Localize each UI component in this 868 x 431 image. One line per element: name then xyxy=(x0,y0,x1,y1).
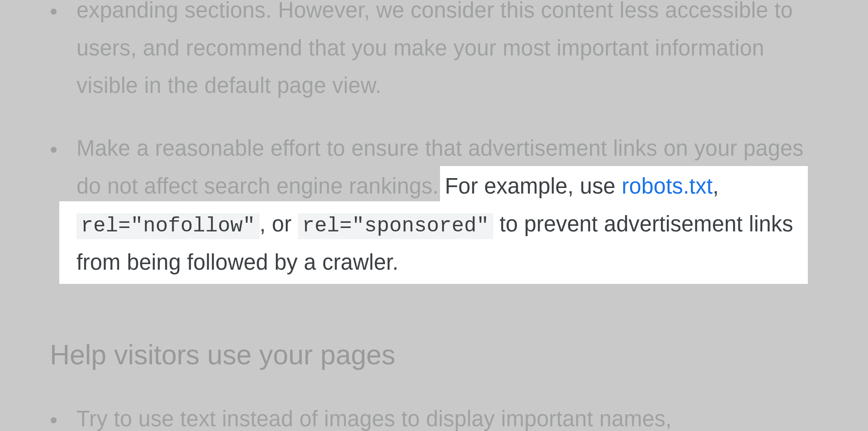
list-item: • Make a reasonable effort to ensure tha… xyxy=(50,129,815,281)
list-item: • expanding sections. However, we consid… xyxy=(50,0,815,105)
body-text: expanding sections. However, we consider… xyxy=(76,0,793,98)
section-heading: Help visitors use your pages xyxy=(50,331,815,379)
bullet-icon: • xyxy=(50,131,58,169)
dim-overlay xyxy=(808,201,868,284)
separator-text: , xyxy=(713,174,719,198)
robots-txt-link[interactable]: robots.txt xyxy=(622,174,713,198)
code-sponsored: rel="sponsored" xyxy=(298,213,493,239)
bullet-list: • Try to use text instead of images to d… xyxy=(50,400,815,431)
list-item: • Try to use text instead of images to d… xyxy=(50,400,815,431)
bullet-list: • expanding sections. However, we consid… xyxy=(50,0,815,281)
bullet-icon: • xyxy=(50,0,58,31)
bullet-icon: • xyxy=(50,401,58,431)
dim-overlay xyxy=(808,166,868,201)
separator-text: , or xyxy=(260,212,298,236)
document-content: • expanding sections. However, we consid… xyxy=(50,0,815,431)
code-nofollow: rel="nofollow" xyxy=(76,213,260,239)
body-text: Try to use text instead of images to dis… xyxy=(76,406,672,431)
